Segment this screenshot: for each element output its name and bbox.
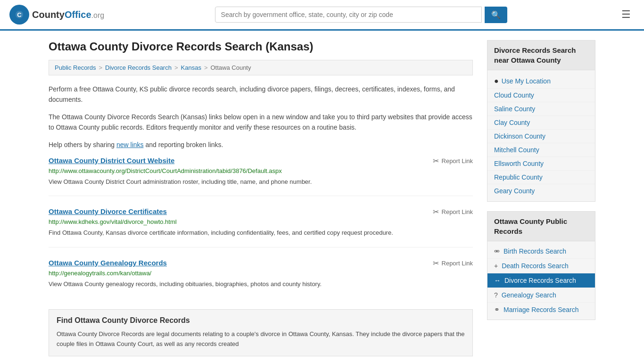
record-item: Ottawa County Genealogy Records ✂ Report… <box>49 259 473 298</box>
nearby-counties-title: Divorce Records Search near Ottawa Count… <box>487 41 595 70</box>
sidebar: Divorce Records Search near Ottawa Count… <box>487 40 595 356</box>
record-desc: Find Ottawa County, Kansas divorce certi… <box>49 228 473 238</box>
death-icon: + <box>494 262 498 270</box>
pub-rec-item-genealogy[interactable]: ? Genealogy Search <box>487 288 595 303</box>
use-location-item[interactable]: ● Use My Location <box>487 74 595 89</box>
records-list: Ottawa County District Court Website ✂ R… <box>49 156 473 298</box>
report-icon: ✂ <box>433 259 439 268</box>
public-records-title: Ottawa County Public Records <box>487 212 595 241</box>
breadcrumb-sep-1: > <box>99 64 102 71</box>
search-button[interactable]: 🔍 <box>485 7 507 23</box>
record-title-row: Ottawa County Divorce Certificates ✂ Rep… <box>49 207 473 216</box>
list-item[interactable]: Saline County <box>487 102 595 116</box>
find-section: Find Ottawa County Divorce Records Ottaw… <box>49 309 473 356</box>
county-link[interactable]: Cloud County <box>494 91 534 99</box>
pub-rec-item-divorce[interactable]: ↔ Divorce Records Search <box>487 273 595 288</box>
report-icon: ✂ <box>433 156 439 165</box>
divorce-records-link[interactable]: Divorce Records Search <box>504 277 576 284</box>
find-section-title: Find Ottawa County Divorce Records <box>57 316 465 325</box>
search-icon: 🔍 <box>491 11 501 19</box>
description-2: The Ottawa County Divorce Records Search… <box>49 112 473 133</box>
hamburger-menu-button[interactable]: ☰ <box>618 7 635 23</box>
breadcrumb-kansas[interactable]: Kansas <box>181 64 201 71</box>
birth-records-link[interactable]: Birth Records Search <box>504 247 566 255</box>
breadcrumb-current: Ottawa County <box>210 64 251 71</box>
divorce-icon: ↔ <box>494 277 501 284</box>
description-1: Perform a free Ottawa County, KS public … <box>49 84 473 105</box>
main-wrapper: Ottawa County Divorce Records Search (Ka… <box>39 31 605 362</box>
record-item: Ottawa County Divorce Certificates ✂ Rep… <box>49 207 473 247</box>
record-url: http://www.kdheks.gov/vital/divorce_howt… <box>49 218 473 225</box>
list-item[interactable]: Clay County <box>487 116 595 130</box>
list-item[interactable]: Ellsworth County <box>487 157 595 171</box>
record-url: http://genealogytrails.com/kan/ottawa/ <box>49 270 473 277</box>
genealogy-link[interactable]: Genealogy Search <box>502 291 556 299</box>
death-records-link[interactable]: Death Records Search <box>502 262 569 270</box>
record-desc: View Ottawa County District Court admini… <box>49 177 473 187</box>
birth-icon: ⚮ <box>494 247 500 255</box>
county-link[interactable]: Republic County <box>494 173 543 181</box>
breadcrumb-sep-3: > <box>204 64 208 71</box>
public-records-list: ⚮ Birth Records Search + Death Records S… <box>487 241 595 320</box>
record-desc: View Ottawa County genealogy records, in… <box>49 280 473 289</box>
use-location-link[interactable]: Use My Location <box>502 77 551 85</box>
list-item[interactable]: Dickinson County <box>487 130 595 143</box>
marriage-records-link[interactable]: Marriage Records Search <box>504 306 579 313</box>
pub-rec-item-marriage[interactable]: ⚭ Marriage Records Search <box>487 303 595 317</box>
nearby-counties-list: ● Use My Location Cloud County Saline Co… <box>487 70 595 201</box>
genealogy-icon: ? <box>494 291 498 299</box>
record-title-link[interactable]: Ottawa County Divorce Certificates <box>49 207 167 215</box>
hamburger-icon: ☰ <box>621 8 631 20</box>
pub-rec-item-birth[interactable]: ⚮ Birth Records Search <box>487 244 595 259</box>
record-title-link[interactable]: Ottawa County Genealogy Records <box>49 259 167 267</box>
list-item[interactable]: Republic County <box>487 171 595 184</box>
public-records-box: Ottawa County Public Records ⚮ Birth Rec… <box>487 211 595 320</box>
site-header: C CountyOffice.org 🔍 ☰ <box>0 0 644 31</box>
logo-text: CountyOffice.org <box>32 9 104 20</box>
nearby-counties-box: Divorce Records Search near Ottawa Count… <box>487 40 595 202</box>
svg-text:C: C <box>17 11 22 18</box>
report-icon: ✂ <box>433 207 439 216</box>
content-area: Ottawa County Divorce Records Search (Ka… <box>49 40 473 356</box>
county-link[interactable]: Dickinson County <box>494 132 545 140</box>
county-link[interactable]: Mitchell County <box>494 146 539 154</box>
list-item[interactable]: Geary County <box>487 184 595 197</box>
breadcrumb: Public Records > Divorce Records Search … <box>49 60 473 75</box>
location-pin-icon: ● <box>494 77 499 85</box>
county-link[interactable]: Saline County <box>494 105 535 113</box>
breadcrumb-public-records[interactable]: Public Records <box>55 64 96 71</box>
county-link[interactable]: Geary County <box>494 187 535 195</box>
county-link[interactable]: Ellsworth County <box>494 160 544 167</box>
county-link[interactable]: Clay County <box>494 119 530 126</box>
record-item: Ottawa County District Court Website ✂ R… <box>49 156 473 197</box>
logo-icon: C <box>9 5 29 25</box>
report-link-button[interactable]: ✂ Report Link <box>433 259 473 268</box>
report-link-button[interactable]: ✂ Report Link <box>433 156 473 165</box>
list-item[interactable]: Cloud County <box>487 89 595 102</box>
search-area: 🔍 <box>215 7 507 23</box>
breadcrumb-sep-2: > <box>174 64 178 71</box>
record-url: http://www.ottawacounty.org/DistrictCour… <box>49 167 473 174</box>
record-title-row: Ottawa County District Court Website ✂ R… <box>49 156 473 165</box>
record-title-row: Ottawa County Genealogy Records ✂ Report… <box>49 259 473 268</box>
page-title: Ottawa County Divorce Records Search (Ka… <box>49 40 473 53</box>
find-section-text: Ottawa County Divorce Records are legal … <box>57 329 465 349</box>
new-links-link[interactable]: new links <box>116 141 144 148</box>
list-item[interactable]: Mitchell County <box>487 143 595 157</box>
breadcrumb-divorce-records[interactable]: Divorce Records Search <box>105 64 172 71</box>
logo-area: C CountyOffice.org <box>9 5 104 25</box>
marriage-icon: ⚭ <box>494 306 500 313</box>
report-link-button[interactable]: ✂ Report Link <box>433 207 473 216</box>
search-input[interactable] <box>215 7 482 23</box>
pub-rec-item-death[interactable]: + Death Records Search <box>487 259 595 273</box>
record-title-link[interactable]: Ottawa County District Court Website <box>49 156 174 165</box>
description-3: Help others by sharing new links and rep… <box>49 140 473 150</box>
